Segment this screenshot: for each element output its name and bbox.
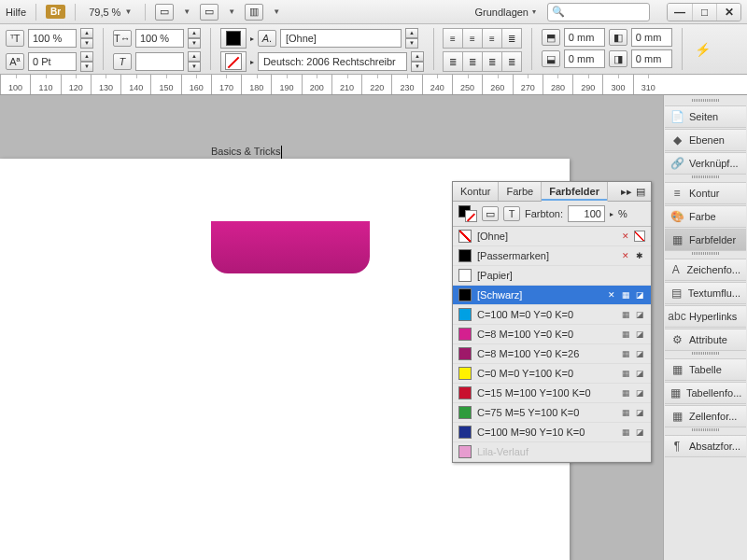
swatch-item[interactable]: C=0 M=0 Y=100 K=0▦◪ [453,364,651,384]
swatch-item[interactable]: C=8 M=100 Y=0 K=26▦◪ [453,344,651,364]
view-mode-button-1[interactable]: ▭ [155,4,174,21]
panel-button-tabelle[interactable]: ▦Tabelle [665,358,746,381]
panel-group-grip[interactable] [664,99,747,105]
hscale-field[interactable]: 100 % [135,29,184,48]
horizontal-ruler[interactable]: 1001101201301401501601701801902002102202… [0,75,747,95]
tab-kontur[interactable]: Kontur [453,182,499,201]
panel-button-attribute[interactable]: ⚙Attribute [665,329,746,351]
panel-button-hyperlinks[interactable]: abcHyperlinks [665,305,746,328]
search-input[interactable]: 🔍 [547,3,650,21]
justify-last-center-button[interactable]: ≣ [462,51,483,72]
close-button[interactable]: ✕ [716,4,740,21]
minimize-button[interactable]: — [668,4,692,21]
view-mode-button-3[interactable]: ▥ [245,4,263,21]
panel-label: Verknüpf... [689,158,739,169]
swatch-item[interactable]: C=8 M=100 Y=0 K=0▦◪ [453,325,651,344]
justify-last-left-button[interactable]: ≣ [443,51,463,72]
justify-last-right-button[interactable]: ≣ [482,51,502,72]
panel-button-seiten[interactable]: 📄Seiten [665,105,746,128]
panel-group-grip[interactable] [664,175,747,181]
menu-help[interactable]: Hilfe [6,7,26,18]
panel-menu-button[interactable]: ▤ [636,186,645,198]
skew-field[interactable] [135,52,184,71]
justify-all-button[interactable]: ≣ [501,51,522,72]
justify-button[interactable]: ≣ [501,28,522,49]
panel-collapse-button[interactable]: ▸▸ [621,186,632,198]
fill-swatch-button[interactable] [220,28,247,49]
panel-button-kontur[interactable]: ≡Kontur [665,182,746,204]
swatch-chip [458,445,472,458]
stroke-swatch-button[interactable] [220,51,247,72]
panel-button-zellenfor[interactable]: ▦Zellenfor... [665,405,746,427]
ruler-tick: 110 [30,75,60,94]
window-controls: — □ ✕ [667,3,741,21]
language-field[interactable]: Deutsch: 2006 Rechtschreibr [258,52,407,71]
document-heading-text[interactable]: Basics & Tricks [211,144,282,159]
stepper[interactable]: ▲▼ [405,28,418,49]
swatch-meta: ✕✱ [620,250,645,261]
char-size-field[interactable]: 100 % [28,29,77,48]
panel-button-ebenen[interactable]: ◆Ebenen [665,129,746,151]
panel-button-textumflu[interactable]: ▤Textumflu... [665,282,746,304]
panel-button-farbe[interactable]: 🎨Farbe [665,205,746,228]
ruler-tick: 300 [602,75,632,94]
panel-label: Ebenen [689,134,725,146]
chevron-right-icon[interactable]: ▸ [610,210,613,218]
fill-stroke-proxy[interactable] [458,205,477,222]
ruler-tick: 210 [331,75,361,94]
panel-button-absatzfor[interactable]: ¶Absatzfor... [665,435,746,457]
maximize-button[interactable]: □ [692,4,716,21]
char-style-field[interactable]: [Ohne] [280,29,402,48]
panel-group-grip[interactable] [664,428,747,434]
panel-button-tabellenfo[interactable]: ▦Tabellenfo... [665,382,746,404]
ruler-tick: 250 [452,75,482,94]
swatch-item[interactable]: Lila-Verlauf [453,442,651,462]
panel-button-zeichenfo[interactable]: AZeichenfo... [665,259,746,281]
baseline-field[interactable]: 0 Pt [28,52,77,71]
swatch-name: [Ohne] [477,231,614,242]
panel-label: Tabelle [689,364,722,375]
workspace-dropdown[interactable]: Grundlagen ▾ [472,5,541,20]
inset-top-field[interactable]: 0 mm [564,28,605,47]
inset-bottom-field[interactable]: 0 mm [564,49,605,68]
align-center-button[interactable]: ≡ [462,28,483,49]
formatting-container-icon[interactable]: ▭ [482,206,499,221]
align-left-button[interactable]: ≡ [443,28,463,49]
swatch-item[interactable]: C=100 M=90 Y=10 K=0▦◪ [453,423,651,442]
tab-farbfelder[interactable]: Farbfelder [542,182,608,202]
inset-left-field[interactable]: 0 mm [631,28,672,47]
swatch-item[interactable]: [Papier] [453,266,651,286]
process-icon: ▦ [620,329,631,340]
inset-right-field[interactable]: 0 mm [631,49,672,68]
swatch-item[interactable]: [Schwarz]✕▦◪ [453,286,651,305]
align-right-button[interactable]: ≡ [482,28,502,49]
stepper[interactable]: ▲▼ [80,28,93,49]
separator [210,28,211,70]
swatch-item[interactable]: [Ohne]✕ [453,227,651,246]
quick-apply-button[interactable]: ⚡ [692,28,714,70]
bridge-button[interactable]: Br [46,5,65,19]
panel-button-verknpf[interactable]: 🔗Verknüpf... [665,152,746,175]
swatch-item[interactable]: C=100 M=0 Y=0 K=0▦◪ [453,305,651,325]
formatting-text-icon[interactable]: T [503,206,520,221]
panel-group-grip[interactable] [664,352,747,357]
stepper[interactable]: ▲▼ [188,28,201,49]
rounded-rectangle-object[interactable] [211,221,370,273]
swatch-meta: ▦◪ [620,387,645,399]
panel-group-grip[interactable] [664,252,747,258]
ruler-tick: 190 [271,75,301,94]
swatch-item[interactable]: C=75 M=5 Y=100 K=0▦◪ [453,403,651,423]
process-icon: ▦ [620,387,631,399]
stepper[interactable]: ▲▼ [411,51,424,72]
swatch-item[interactable]: C=15 M=100 Y=100 K=0▦◪ [453,384,651,403]
canvas-area[interactable]: Basics & Tricks Kontur Farbe Farbfelder … [0,95,663,560]
tint-input[interactable] [568,205,605,222]
zoom-dropdown[interactable]: 79,5 % ▼ [85,5,135,20]
stepper[interactable]: ▲▼ [188,51,201,72]
swatch-item[interactable]: [Passermarken]✕✱ [453,246,651,266]
stepper[interactable]: ▲▼ [80,51,93,72]
view-mode-button-2[interactable]: ▭ [200,4,218,21]
panel-button-farbfelder[interactable]: ▦Farbfelder [665,229,746,251]
process-icon: ▦ [620,309,631,320]
tab-farbe[interactable]: Farbe [499,182,542,201]
